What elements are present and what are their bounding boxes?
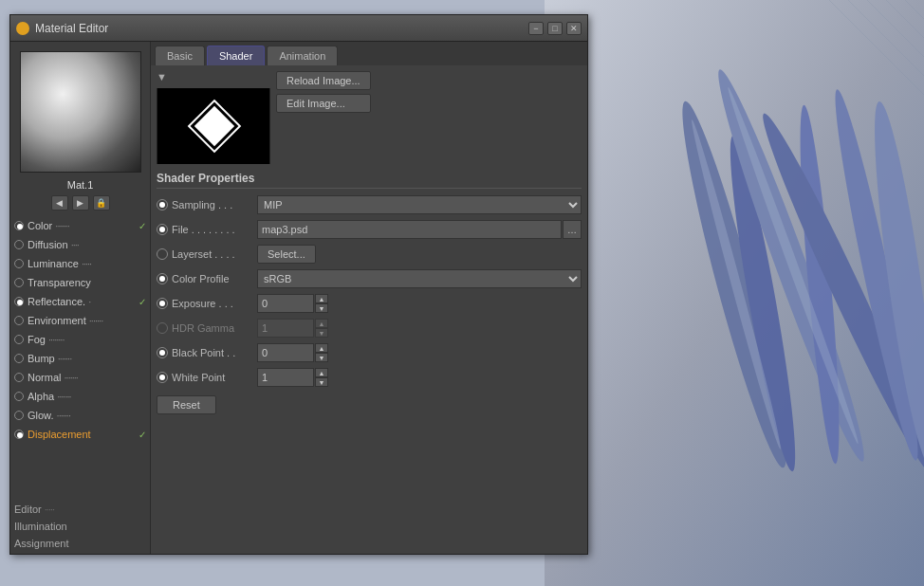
tab-basic[interactable]: Basic (155, 46, 205, 65)
channel-label: Reflectance. · (28, 296, 139, 307)
channel-item-displacement[interactable]: Displacement ✓ (10, 425, 150, 444)
hdr-gamma-down-arrow[interactable]: ▼ (315, 328, 328, 338)
color-profile-label: Color Profile (172, 273, 257, 284)
file-control: map3.psd … (257, 220, 582, 239)
black-point-down-arrow[interactable]: ▼ (315, 353, 328, 362)
black-point-input[interactable] (257, 343, 314, 362)
close-button[interactable]: ✕ (566, 22, 582, 35)
exposure-row: Exposure . . . ▲ ▼ (157, 293, 582, 314)
channel-item-reflectance.[interactable]: Reflectance. · ✓ (10, 292, 150, 311)
sampling-radio[interactable] (157, 199, 168, 211)
color-profile-select[interactable]: sRGB (257, 269, 582, 288)
reload-image-button[interactable]: Reload Image... (276, 71, 371, 90)
material-preview (20, 51, 141, 173)
file-value: map3.psd (257, 220, 562, 239)
channel-radio (14, 411, 24, 420)
white-point-row: White Point ▲ ▼ (157, 367, 582, 388)
exposure-label: Exposure . . . (172, 298, 257, 309)
minimize-button[interactable]: − (528, 22, 544, 35)
color-profile-row: Color Profile sRGB (157, 268, 582, 289)
channel-radio (14, 221, 24, 230)
black-point-label: Black Point . . (172, 347, 257, 358)
file-radio[interactable] (157, 224, 168, 235)
material-name: Mat.1 (10, 176, 150, 193)
white-point-label: White Point (172, 372, 257, 383)
channel-label: Glow. ······· (28, 410, 146, 421)
layerset-select-button[interactable]: Select... (257, 245, 316, 264)
channel-radio (14, 392, 24, 401)
material-controls: ◀ ▶ 🔒 (10, 193, 150, 214)
channel-item-luminance[interactable]: Luminance ····· (10, 254, 150, 273)
exposure-arrows: ▲ ▼ (315, 294, 328, 313)
image-preview-svg (157, 88, 269, 164)
color-profile-radio[interactable] (157, 273, 168, 284)
tab-shader[interactable]: Shader (207, 46, 265, 65)
hdr-gamma-up-arrow[interactable]: ▲ (315, 319, 328, 328)
image-preview (157, 88, 270, 164)
black-point-spinner: ▲ ▼ (257, 343, 328, 362)
color-profile-control: sRGB (257, 269, 582, 288)
layerset-radio[interactable] (157, 248, 168, 260)
sphere-icon (21, 52, 140, 172)
reset-button[interactable]: Reset (157, 395, 216, 414)
exposure-control: ▲ ▼ (257, 294, 582, 313)
bottom-item-editor[interactable]: Editor ····· (10, 501, 150, 518)
bottom-channels: Editor ·····IlluminationAssignment (10, 499, 150, 554)
channel-item-alpha[interactable]: Alpha ······· (10, 387, 150, 406)
channel-label: Bump ······· (28, 353, 146, 364)
image-buttons: Reload Image... Edit Image... (276, 71, 371, 164)
black-point-arrows: ▲ ▼ (315, 343, 328, 362)
hdr-gamma-row: HDR Gamma ▲ ▼ (157, 318, 582, 339)
channel-check-icon: ✓ (139, 297, 146, 307)
background-scene (545, 0, 924, 586)
black-point-row: Black Point . . ▲ ▼ (157, 342, 582, 363)
file-browse-button[interactable]: … (563, 220, 582, 239)
exposure-up-arrow[interactable]: ▲ (315, 294, 328, 303)
channel-label: Luminance ····· (28, 258, 146, 269)
bottom-item-label: Editor ····· (14, 504, 54, 515)
window-controls: − □ ✕ (528, 22, 582, 35)
black-point-up-arrow[interactable]: ▲ (315, 343, 328, 353)
channel-item-normal[interactable]: Normal ······· (10, 368, 150, 387)
hdr-gamma-input[interactable] (257, 319, 314, 338)
hdr-gamma-radio[interactable] (157, 322, 168, 334)
bottom-item-label: Illumination (14, 521, 67, 532)
channel-label: Normal ······· (28, 372, 146, 383)
white-point-down-arrow[interactable]: ▼ (315, 377, 328, 387)
channel-item-fog[interactable]: Fog ········ (10, 330, 150, 349)
title-bar: Material Editor − □ ✕ (10, 15, 587, 42)
maximize-button[interactable]: □ (547, 22, 563, 35)
white-point-input[interactable] (257, 368, 314, 387)
exposure-down-arrow[interactable]: ▼ (315, 303, 328, 313)
hdr-gamma-label: HDR Gamma (172, 322, 257, 334)
prev-material-button[interactable]: ◀ (51, 195, 68, 211)
channel-radio (14, 354, 24, 363)
black-point-radio[interactable] (157, 347, 168, 358)
layerset-label: Layerset . . . . (172, 248, 257, 260)
window-icon (16, 22, 29, 35)
bottom-item-assignment[interactable]: Assignment (10, 535, 150, 552)
channel-radio (14, 278, 24, 287)
edit-image-button[interactable]: Edit Image... (276, 94, 371, 113)
channel-item-diffusion[interactable]: Diffusion ···· (10, 235, 150, 254)
channel-check-icon: ✓ (139, 221, 146, 231)
tab-animation[interactable]: Animation (267, 46, 338, 65)
channel-item-glow.[interactable]: Glow. ······· (10, 406, 150, 425)
exposure-radio[interactable] (157, 298, 168, 309)
channel-label: Displacement (28, 429, 139, 440)
lock-button[interactable]: 🔒 (93, 195, 110, 211)
white-point-spinner: ▲ ▼ (257, 368, 328, 387)
exposure-input[interactable] (257, 294, 314, 313)
channel-item-transparency[interactable]: Transparency (10, 273, 150, 292)
bottom-item-illumination[interactable]: Illumination (10, 518, 150, 535)
channel-item-bump[interactable]: Bump ······· (10, 349, 150, 368)
channel-item-environment[interactable]: Environment ······· (10, 311, 150, 330)
hdr-gamma-control: ▲ ▼ (257, 319, 582, 338)
sampling-select[interactable]: MIP (257, 195, 582, 214)
exposure-spinner: ▲ ▼ (257, 294, 328, 313)
white-point-radio[interactable] (157, 372, 168, 383)
channel-item-color[interactable]: Color ······· ✓ (10, 216, 150, 235)
next-material-button[interactable]: ▶ (72, 195, 89, 211)
white-point-up-arrow[interactable]: ▲ (315, 368, 328, 377)
channel-label: Diffusion ···· (28, 239, 146, 250)
